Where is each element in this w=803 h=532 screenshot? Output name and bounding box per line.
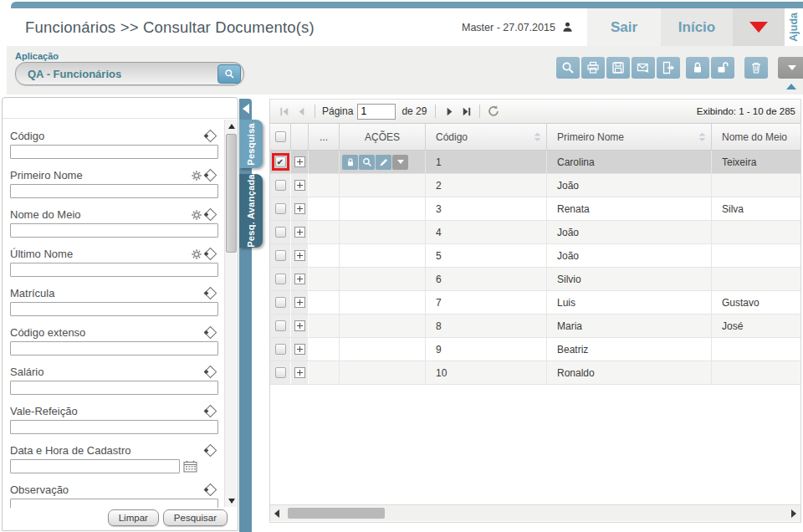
field-input[interactable] <box>10 341 218 356</box>
mail-button[interactable] <box>632 57 655 79</box>
header-nome-do-meio[interactable]: Nome do Meio <box>712 124 800 150</box>
delete-button[interactable] <box>744 57 768 79</box>
prev-page-button[interactable] <box>293 103 309 120</box>
header-select-all[interactable] <box>270 124 291 150</box>
help-tab[interactable]: Ajuda <box>785 8 803 46</box>
export-button[interactable] <box>657 57 680 79</box>
expand-row-icon[interactable] <box>294 203 305 214</box>
expand-row-icon[interactable] <box>294 156 305 167</box>
row-checkbox[interactable] <box>275 297 286 308</box>
field-input[interactable] <box>10 184 218 198</box>
scroll-up-icon[interactable] <box>225 120 238 132</box>
eraser-icon[interactable] <box>204 444 217 458</box>
eraser-icon[interactable] <box>204 483 217 497</box>
next-page-button[interactable] <box>441 103 458 120</box>
row-view-button[interactable] <box>359 155 375 170</box>
application-search-button[interactable] <box>217 64 241 84</box>
table-row[interactable]: 3 Renata Silva <box>270 197 800 221</box>
table-row[interactable]: 1 Carolina Teixeira <box>270 151 800 174</box>
scroll-left-icon[interactable] <box>272 509 282 519</box>
table-row[interactable]: 2 João <box>270 174 800 197</box>
expand-row-icon[interactable] <box>294 180 305 191</box>
page-number-input[interactable] <box>357 104 396 120</box>
eraser-icon[interactable] <box>204 208 217 222</box>
sort-icon[interactable] <box>697 131 708 146</box>
save-button[interactable] <box>606 57 630 79</box>
select-all-checkbox[interactable] <box>275 131 286 142</box>
row-checkbox[interactable] <box>275 367 286 378</box>
eraser-icon[interactable] <box>204 130 217 143</box>
field-input[interactable] <box>10 263 218 277</box>
panel-scrollbar[interactable] <box>224 120 237 507</box>
row-checkbox[interactable] <box>275 156 286 167</box>
expand-row-icon[interactable] <box>294 297 305 308</box>
menu-dropdown-button[interactable] <box>733 8 785 46</box>
search-submit-button[interactable]: Pesquisar <box>163 509 228 526</box>
expand-row-icon[interactable] <box>294 274 305 284</box>
expand-row-icon[interactable] <box>294 227 305 238</box>
table-row[interactable]: 5 João <box>270 244 800 268</box>
eraser-icon[interactable] <box>204 366 217 379</box>
row-checkbox[interactable] <box>275 180 286 191</box>
sort-icon[interactable] <box>532 131 543 146</box>
tab-pesq-avancada[interactable]: Pesq. Avançada <box>239 174 263 248</box>
table-row[interactable]: 6 Silvio <box>270 268 800 291</box>
header-codigo[interactable]: Código <box>426 124 547 150</box>
collapse-toolbar-icon[interactable] <box>786 84 796 90</box>
search-button[interactable] <box>556 57 580 79</box>
row-edit-button[interactable] <box>376 155 391 170</box>
eraser-icon[interactable] <box>204 326 217 340</box>
row-checkbox[interactable] <box>275 227 286 238</box>
row-checkbox[interactable] <box>275 274 286 284</box>
hscroll-thumb[interactable] <box>288 508 385 519</box>
horizontal-scrollbar[interactable] <box>270 504 800 521</box>
table-row[interactable]: 9 Beatriz <box>270 338 800 361</box>
table-row[interactable]: 10 Ronaldo <box>270 361 800 385</box>
expand-row-icon[interactable] <box>294 320 305 331</box>
row-lock-button[interactable] <box>342 155 358 170</box>
row-checkbox[interactable] <box>275 203 286 214</box>
scrollbar-thumb[interactable] <box>226 134 237 253</box>
refresh-button[interactable] <box>485 103 502 120</box>
logout-button[interactable]: Sair <box>587 8 661 46</box>
application-select[interactable]: QA - Funcionários <box>15 62 244 85</box>
expand-row-icon[interactable] <box>294 367 305 378</box>
row-checkbox[interactable] <box>275 344 286 355</box>
field-input[interactable] <box>10 302 218 316</box>
row-checkbox[interactable] <box>275 320 286 331</box>
last-page-button[interactable] <box>458 103 474 120</box>
lock-button[interactable] <box>686 57 709 79</box>
eraser-icon[interactable] <box>204 248 217 261</box>
gear-icon[interactable] <box>191 170 202 182</box>
home-button[interactable]: Início <box>661 8 733 46</box>
field-input[interactable] <box>10 420 218 434</box>
first-page-button[interactable] <box>276 103 293 120</box>
gear-icon[interactable] <box>191 248 202 260</box>
field-input[interactable] <box>10 381 218 395</box>
field-input[interactable] <box>10 459 180 473</box>
row-more-button[interactable] <box>392 155 408 170</box>
table-row[interactable]: 8 Maria José <box>270 315 800 338</box>
eraser-icon[interactable] <box>204 405 217 418</box>
row-checkbox[interactable] <box>275 250 286 261</box>
field-input[interactable] <box>10 145 218 159</box>
eraser-icon[interactable] <box>204 287 217 300</box>
gear-icon[interactable] <box>191 209 202 221</box>
scroll-right-icon[interactable] <box>789 509 799 519</box>
calendar-icon[interactable] <box>183 460 197 473</box>
clear-button[interactable]: Limpar <box>108 509 159 526</box>
collapse-panel-icon[interactable] <box>243 104 249 114</box>
table-row[interactable]: 4 João <box>270 221 800 244</box>
scroll-down-icon[interactable] <box>225 494 238 507</box>
tab-pesquisa[interactable]: Pesquisa <box>239 120 263 168</box>
header-primeiro-nome[interactable]: Primeiro Nome <box>547 124 712 150</box>
expand-row-icon[interactable] <box>294 250 305 261</box>
field-input[interactable] <box>10 499 218 508</box>
eraser-icon[interactable] <box>204 169 217 182</box>
unlock-button[interactable] <box>711 57 734 79</box>
more-actions-dropdown[interactable] <box>778 57 803 79</box>
expand-row-icon[interactable] <box>294 344 305 355</box>
field-input[interactable] <box>10 223 218 238</box>
table-row[interactable]: 7 Luis Gustavo <box>270 291 800 315</box>
print-button[interactable] <box>581 57 605 79</box>
